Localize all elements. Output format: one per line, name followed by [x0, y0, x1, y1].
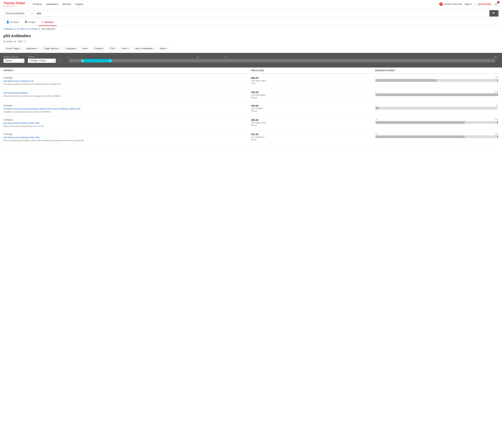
seq-end-3: 19 [496, 104, 498, 106]
antigenic-species-value: Human [5, 60, 12, 62]
breadcrumb-by-gene[interactable]: by Gene [17, 28, 25, 30]
seq-marker-1 [497, 79, 498, 82]
product-brand-5: Invitrogen [3, 133, 251, 135]
filter-application[interactable]: Application ▾ [24, 46, 40, 51]
seq-fill-3 [375, 107, 379, 110]
epitope-controls: Antigenic Species Human ▾ UniProt CTNNB1… [3, 56, 499, 63]
product-desc-3: A peptide corresponding to amino acids 9… [3, 111, 251, 113]
uniprot-external-link[interactable]: ↗ [57, 58, 62, 63]
logo-scientific: SCIENTIFIC [3, 5, 25, 7]
info-icon[interactable]: i [24, 40, 27, 43]
quick-order-button[interactable]: Quick Order [478, 3, 491, 5]
filter-bar: Protein Target ▾ Application ▾ Target Sp… [0, 45, 502, 53]
seq-start-5: 14 [375, 133, 377, 135]
seq-nums-2: 2 393 [375, 91, 498, 93]
connect-icon: ⊕ [439, 2, 443, 6]
seq-bar-4 [375, 121, 498, 124]
search-category-dropdown[interactable]: Primary Antibodies ▾ [3, 11, 35, 16]
sign-in-arrow: ▾ [474, 3, 475, 5]
breadcrumb-sep-2: ▶ [26, 28, 27, 30]
nav-products[interactable]: Products [33, 3, 42, 5]
filter-laser-compatibility[interactable]: Laser Compatibility ▾ [132, 46, 156, 51]
product-name-3[interactable]: Phospho-p53 (Ser15) Recombinant Rabbit M… [3, 108, 251, 110]
seq-nums-3: 9 19 [375, 104, 498, 106]
antigenic-species-label: Antigenic Species [3, 56, 24, 58]
connect-lab-button[interactable]: ⊕ Connect Your Lab [439, 2, 462, 6]
seq-start-3: 9 [375, 104, 377, 106]
seq-marker-4 [497, 121, 498, 124]
filter-application-arrow: ▾ [37, 48, 38, 49]
site-header: Thermo Fisher SCIENTIFIC Products Applic… [0, 0, 502, 8]
filter-conjugate-arrow: ▾ [76, 48, 76, 49]
product-info-1: Invitrogen p53 Monoclonal Antibody (Y5) … [3, 77, 251, 85]
size-2: 100 µg [251, 96, 375, 98]
cart-button[interactable]: 🛒 7 [494, 2, 499, 6]
uniprot-value: CTNNB1: P35222 [30, 60, 46, 62]
seq-range-3: 9 19 [375, 104, 499, 110]
slider-numbers: 1 50 75 393 [67, 56, 497, 58]
slider-handle-left[interactable] [81, 60, 83, 62]
filter-protein-target[interactable]: Protein Target ▾ [3, 46, 23, 51]
tab-epitopes-label: Epitopes [45, 21, 54, 23]
search-category-chevron: ▾ [32, 12, 33, 14]
product-price-2: 325.00 Cat # PA5-98293 100 µg [251, 91, 375, 98]
filter-conjugate-label: Conjugate [65, 47, 75, 50]
seq-start-2: 2 [375, 91, 377, 93]
filter-conjugate[interactable]: Conjugate ▾ [63, 46, 79, 51]
product-name-1[interactable]: p53 Monoclonal Antibody (Y5) [3, 80, 251, 82]
size-3: 100 µg [251, 110, 375, 112]
filter-ptm[interactable]: PTM ▾ [107, 46, 118, 51]
filter-host[interactable]: Host ▾ [80, 46, 91, 51]
product-name-2[interactable]: p53 Polyclonal Antibody [3, 92, 251, 94]
filter-brand-label: Brand [160, 47, 166, 50]
search-button[interactable]: 🔍 [489, 10, 499, 16]
filter-laser-label: Laser Compatibility [135, 47, 152, 50]
table-row: Invitrogen p53 Monoclonal Antibody (PAb … [3, 130, 499, 144]
product-brand-4: Invitrogen [3, 119, 251, 121]
nav-support[interactable]: Support [75, 3, 83, 5]
col-price: Price (USD) [251, 69, 375, 72]
price-4: 390.00 [251, 119, 375, 121]
filter-brand[interactable]: Brand ▾ [158, 46, 169, 51]
uniprot-dropdown[interactable]: CTNNB1: P35222 ▾ [28, 59, 56, 63]
product-desc-2: Recombinant Human Cellular tumor antigen… [3, 95, 251, 97]
sign-in-button[interactable]: Sign In [465, 3, 472, 5]
tab-epitopes[interactable]: ✦ Epitopes [39, 18, 57, 26]
slider-track[interactable] [69, 59, 495, 63]
seq-marker-5 [497, 135, 498, 138]
breadcrumb-by-protein[interactable]: by Protein [29, 28, 38, 30]
filter-clone[interactable]: Clone ▾ [119, 46, 131, 51]
product-info-4: Invitrogen p53 Monoclonal Antibody (PAb … [3, 119, 251, 127]
tab-products-label: Products [10, 21, 19, 23]
search-input[interactable] [37, 12, 487, 15]
table-row: Invitrogen Phospho-p53 (Ser15) Recombina… [3, 101, 499, 116]
results-table: Product Price (USD) Sequence Range Invit… [0, 67, 502, 144]
nav-services[interactable]: Services [62, 3, 71, 5]
filter-target-species[interactable]: Target Species ▾ [42, 46, 61, 51]
product-desc-1: A synthetic peptide derived from N- term… [3, 83, 251, 85]
search-input-wrapper [35, 11, 489, 16]
filter-application-label: Application [26, 47, 37, 50]
logo-area: Thermo Fisher SCIENTIFIC Products Applic… [3, 1, 83, 7]
product-price-5: 331.00 Cat # AHO0112 500 µL [251, 133, 375, 141]
antigenic-species-dropdown[interactable]: Human ▾ [3, 59, 24, 63]
breadcrumb-sep-3: ▶ [39, 28, 40, 30]
product-price-4: 390.00 Cat # MA5-15244 500 µL [251, 119, 375, 126]
product-desc-5: Murine p53-beta-galactosidase fusion pro… [3, 139, 251, 142]
filter-clonality[interactable]: Clonality ▾ [92, 46, 106, 51]
breadcrumb-antibodies[interactable]: Antibodies [3, 28, 13, 30]
images-tab-icon: 🖼 [25, 21, 27, 23]
product-name-5[interactable]: p53 Monoclonal Antibody (PAb 240) [3, 136, 251, 139]
connect-lab-label: Connect Your Lab [444, 3, 462, 5]
filter-host-label: Host [82, 47, 87, 50]
filter-clonality-label: Clonality [94, 47, 102, 50]
slider-handle-right[interactable] [109, 60, 111, 62]
nav-applications[interactable]: Applications [46, 3, 58, 5]
filter-clonality-arrow: ▾ [103, 48, 104, 49]
seq-bar-2 [375, 93, 498, 96]
tab-products[interactable]: 👤 Products [3, 18, 22, 26]
tab-images[interactable]: 🖼 Images [22, 18, 39, 26]
price-2: 325.00 [251, 91, 375, 94]
logo[interactable]: Thermo Fisher SCIENTIFIC [3, 1, 25, 7]
product-name-4[interactable]: p53 Monoclonal Antibody (PAb 240) [3, 122, 251, 124]
